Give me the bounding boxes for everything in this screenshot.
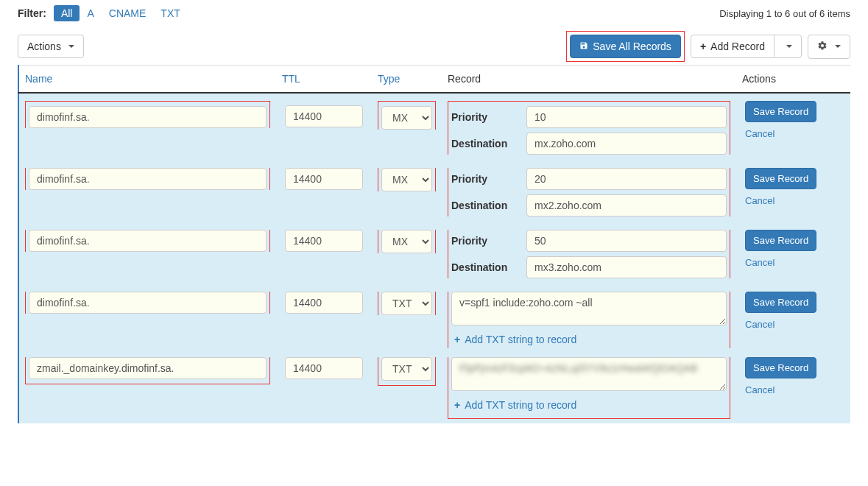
table-row: ACNAMEMXTXTNS Priority Destination Save … [18, 225, 850, 287]
header-name[interactable]: Name [18, 66, 276, 94]
caret-down-icon [835, 45, 841, 48]
save-record-button[interactable]: Save Record [745, 230, 816, 251]
destination-input[interactable] [526, 133, 727, 155]
cancel-link[interactable]: Cancel [745, 319, 775, 330]
header-ttl[interactable]: TTL [276, 66, 372, 94]
save-record-button[interactable]: Save Record [745, 292, 816, 313]
filter-label: Filter: [18, 7, 46, 19]
settings-dropdown[interactable] [808, 35, 850, 59]
filter-cname[interactable]: CNAME [102, 5, 154, 21]
txt-value[interactable]: FlpPjm4zF0cpM2+4zNLuj/0YV9s1rHwaWQIDAQAB [451, 357, 727, 391]
destination-input[interactable] [526, 256, 727, 278]
display-count: Displaying 1 to 6 out of 6 items [719, 8, 850, 19]
destination-label: Destination [451, 200, 518, 211]
add-record-button[interactable]: + Add Record [691, 35, 775, 58]
cancel-link[interactable]: Cancel [745, 128, 775, 139]
save-all-button[interactable]: Save All Records [570, 35, 681, 58]
add-txt-string[interactable]: +Add TXT string to record [451, 393, 727, 414]
priority-input[interactable] [526, 168, 727, 190]
header-record: Record [442, 66, 736, 94]
cancel-link[interactable]: Cancel [745, 384, 775, 395]
table-row: ACNAMEMXTXTNS Priority Destination Save … [18, 163, 850, 225]
destination-label: Destination [451, 138, 518, 149]
type-select[interactable]: ACNAMEMXTXTNS [381, 168, 432, 191]
ttl-input[interactable] [285, 292, 363, 314]
save-icon [579, 40, 588, 52]
priority-label: Priority [451, 173, 518, 185]
actions-dropdown[interactable]: Actions [18, 35, 84, 58]
filter-txt[interactable]: TXT [153, 5, 187, 21]
table-row: ACNAMEMXTXTNS FlpPjm4zF0cpM2+4zNLuj/0YV9… [18, 353, 850, 423]
priority-label: Priority [451, 235, 518, 247]
table-row: ACNAMEMXTXTNS v=spf1 include:zoho.com ~a… [18, 287, 850, 353]
priority-label: Priority [451, 111, 518, 123]
cancel-link[interactable]: Cancel [745, 195, 775, 206]
priority-input[interactable] [526, 230, 727, 252]
name-input[interactable] [29, 230, 267, 252]
add-record-dropdown[interactable] [774, 35, 802, 58]
filter-bar: Filter: AllACNAMETXT [18, 7, 188, 19]
name-input[interactable] [29, 168, 267, 190]
ttl-input[interactable] [285, 357, 363, 379]
txt-value[interactable]: v=spf1 include:zoho.com ~all [451, 292, 727, 325]
ttl-input[interactable] [285, 105, 363, 127]
cancel-link[interactable]: Cancel [745, 257, 775, 268]
table-row: ACNAMEMXTXTNS Priority Destination Save … [18, 93, 850, 163]
header-actions: Actions [736, 66, 850, 94]
records-table: Name TTL Type Record Actions ACNAMEMXTXT… [18, 65, 850, 423]
type-select[interactable]: ACNAMEMXTXTNS [381, 292, 432, 315]
name-input[interactable] [29, 106, 267, 128]
priority-input[interactable] [526, 106, 727, 128]
gear-icon [817, 40, 828, 53]
type-select[interactable]: ACNAMEMXTXTNS [381, 230, 432, 253]
caret-down-icon [68, 45, 74, 48]
name-input[interactable] [29, 357, 267, 379]
add-txt-string[interactable]: +Add TXT string to record [451, 328, 727, 348]
type-select[interactable]: ACNAMEMXTXTNS [381, 106, 432, 130]
filter-all[interactable]: All [54, 5, 80, 21]
ttl-input[interactable] [285, 168, 363, 190]
destination-input[interactable] [526, 194, 727, 216]
highlight-save-all: Save All Records [566, 31, 685, 62]
save-record-button[interactable]: Save Record [745, 168, 816, 189]
plus-icon: + [700, 40, 706, 52]
caret-down-icon [786, 45, 792, 48]
name-input[interactable] [29, 292, 267, 314]
plus-icon: + [454, 399, 460, 411]
type-select[interactable]: ACNAMEMXTXTNS [381, 357, 432, 381]
header-type[interactable]: Type [372, 66, 442, 94]
save-record-button[interactable]: Save Record [745, 101, 816, 122]
plus-icon: + [454, 334, 460, 345]
ttl-input[interactable] [285, 230, 363, 252]
destination-label: Destination [451, 261, 518, 273]
save-record-button[interactable]: Save Record [745, 357, 816, 378]
filter-a[interactable]: A [80, 5, 101, 21]
